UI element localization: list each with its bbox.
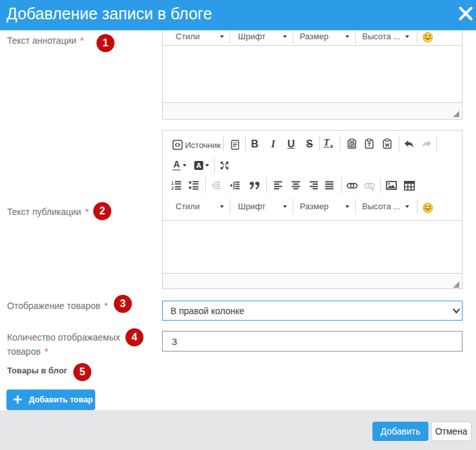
svg-text:2: 2 — [171, 186, 174, 191]
svg-text:1: 1 — [171, 181, 174, 185]
